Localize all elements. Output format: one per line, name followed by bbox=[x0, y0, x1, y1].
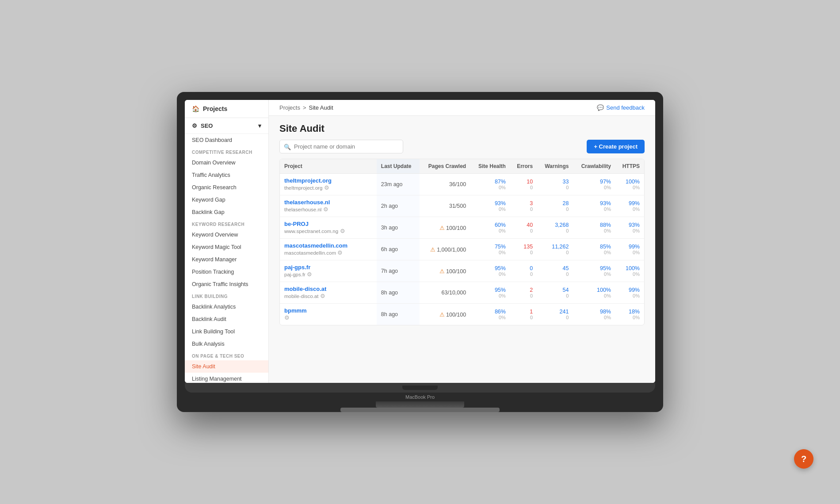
breadcrumb: Projects > Site Audit bbox=[279, 104, 333, 111]
help-button[interactable]: ? bbox=[794, 449, 813, 469]
td-site-health-6: 86% 0% bbox=[470, 304, 510, 325]
td-https-4: 100% 0% bbox=[615, 260, 644, 282]
td-errors-5: 2 0 bbox=[510, 282, 537, 304]
section-competitive-research: COMPETITIVE RESEARCH bbox=[185, 146, 268, 157]
sidebar-item-traffic-analytics[interactable]: Traffic Analytics bbox=[185, 169, 268, 181]
td-https-0: 100% 0% bbox=[615, 174, 644, 195]
breadcrumb-current: Site Audit bbox=[309, 104, 333, 111]
project-link-3[interactable]: mascotasmedellin.com bbox=[284, 242, 372, 249]
td-errors-3: 135 0 bbox=[510, 239, 537, 260]
td-last-update-3: 6h ago bbox=[377, 239, 420, 260]
sidebar-item-seo-dashboard[interactable]: SEO Dashboard bbox=[185, 134, 268, 146]
td-project-3: mascotasmedellin.com mascotasmedellin.co… bbox=[280, 239, 377, 260]
project-settings-5[interactable]: ⚙ bbox=[320, 292, 325, 300]
project-link-6[interactable]: bpmmm bbox=[284, 307, 372, 314]
col-crawlability: Crawlability bbox=[573, 159, 615, 174]
project-settings-4[interactable]: ⚙ bbox=[307, 271, 312, 278]
table-row: mascotasmedellin.com mascotasmedellin.co… bbox=[280, 239, 644, 260]
project-settings-2[interactable]: ⚙ bbox=[340, 227, 345, 235]
sidebar-item-backlink-audit[interactable]: Backlink Audit bbox=[185, 313, 268, 325]
td-warnings-4: 45 0 bbox=[537, 260, 573, 282]
project-settings-0[interactable]: ⚙ bbox=[324, 184, 329, 191]
td-warnings-1: 28 0 bbox=[537, 195, 573, 217]
send-feedback-button[interactable]: 💬 Send feedback bbox=[597, 104, 645, 111]
page-title: Site Audit bbox=[269, 116, 655, 140]
sidebar-item-listing-management[interactable]: Listing Management bbox=[185, 373, 268, 383]
td-site-health-0: 87% 0% bbox=[470, 174, 510, 195]
sidebar-item-link-building-tool[interactable]: Link Building Tool bbox=[185, 325, 268, 338]
project-settings-3[interactable]: ⚙ bbox=[337, 249, 343, 256]
breadcrumb-projects-link[interactable]: Projects bbox=[279, 104, 300, 111]
top-bar: Projects > Site Audit 💬 Send feedback bbox=[269, 100, 655, 116]
sidebar-item-keyword-manager[interactable]: Keyword Manager bbox=[185, 253, 268, 266]
td-project-0: theItmproject.org theItmproject.org ⚙ bbox=[280, 174, 377, 195]
td-last-update-6: 8h ago bbox=[377, 304, 420, 325]
td-https-3: 99% 0% bbox=[615, 239, 644, 260]
sidebar-item-keyword-magic-tool[interactable]: Keyword Magic Tool bbox=[185, 241, 268, 253]
macbook-label: MacBook Pro bbox=[185, 393, 655, 401]
td-warnings-3: 11,262 0 bbox=[537, 239, 573, 260]
section-on-page: ON PAGE & TECH SEO bbox=[185, 350, 268, 360]
create-project-button[interactable]: + Create project bbox=[587, 140, 645, 153]
warning-icon: ⚠ bbox=[439, 225, 445, 231]
search-wrap: 🔍 bbox=[279, 140, 403, 153]
td-warnings-6: 241 0 bbox=[537, 304, 573, 325]
section-link-building: LINK BUILDING bbox=[185, 290, 268, 301]
project-settings-1[interactable]: ⚙ bbox=[323, 206, 328, 213]
sidebar-item-domain-overview[interactable]: Domain Overview bbox=[185, 157, 268, 169]
td-pages-4: ⚠100/100 bbox=[420, 260, 470, 282]
project-domain-1: thelaserhouse.nl bbox=[284, 207, 321, 212]
sidebar-item-backlink-gap[interactable]: Backlink Gap bbox=[185, 206, 268, 218]
project-link-5[interactable]: mobile-disco.at bbox=[284, 286, 372, 292]
col-site-health: Site Health bbox=[470, 159, 510, 174]
laptop-notch bbox=[402, 386, 438, 390]
td-warnings-5: 54 0 bbox=[537, 282, 573, 304]
table-row: bpmmm ⚙ 8h ago ⚠100/100 86% 0% 1 0 241 0… bbox=[280, 304, 644, 325]
project-link-2[interactable]: be-PROJ bbox=[284, 221, 372, 227]
col-last-update[interactable]: Last Update bbox=[377, 159, 420, 174]
breadcrumb-separator: > bbox=[303, 104, 306, 111]
sidebar-item-bulk-analysis[interactable]: Bulk Analysis bbox=[185, 338, 268, 350]
project-domain-5: mobile-disco.at bbox=[284, 294, 318, 299]
td-crawlability-3: 85% 0% bbox=[573, 239, 615, 260]
warning-icon: ⚠ bbox=[430, 247, 435, 253]
project-settings-6[interactable]: ⚙ bbox=[284, 314, 290, 321]
sidebar-projects-header[interactable]: 🏠 Projects bbox=[185, 100, 268, 118]
td-https-1: 99% 0% bbox=[615, 195, 644, 217]
laptop-stand bbox=[376, 401, 464, 408]
search-input[interactable] bbox=[279, 140, 403, 153]
project-domain-4: paj-gps.fr bbox=[284, 272, 305, 277]
chevron-down-icon: ▾ bbox=[258, 122, 261, 129]
project-link-0[interactable]: theItmproject.org bbox=[284, 177, 372, 184]
sidebar-seo-row[interactable]: ⚙ SEO ▾ bbox=[185, 118, 268, 134]
project-domain-3: mascotasmedellin.com bbox=[284, 250, 336, 256]
table-row: thelaserhouse.nl thelaserhouse.nl ⚙ 2h a… bbox=[280, 195, 644, 217]
td-warnings-0: 33 0 bbox=[537, 174, 573, 195]
col-https: HTTPS bbox=[615, 159, 644, 174]
td-site-health-4: 95% 0% bbox=[470, 260, 510, 282]
project-link-1[interactable]: thelaserhouse.nl bbox=[284, 199, 372, 206]
td-https-5: 99% 0% bbox=[615, 282, 644, 304]
td-site-health-3: 75% 0% bbox=[470, 239, 510, 260]
sidebar-item-organic-traffic-insights[interactable]: Organic Traffic Insights bbox=[185, 278, 268, 290]
td-warnings-2: 3,268 0 bbox=[537, 217, 573, 239]
warning-icon: ⚠ bbox=[439, 268, 445, 275]
table-row: mobile-disco.at mobile-disco.at ⚙ 8h ago… bbox=[280, 282, 644, 304]
sidebar-item-position-tracking[interactable]: Position Tracking bbox=[185, 266, 268, 278]
td-crawlability-6: 98% 0% bbox=[573, 304, 615, 325]
sidebar-item-keyword-overview[interactable]: Keyword Overview bbox=[185, 229, 268, 241]
sidebar-item-keyword-gap[interactable]: Keyword Gap bbox=[185, 194, 268, 206]
td-site-health-1: 93% 0% bbox=[470, 195, 510, 217]
td-errors-4: 0 0 bbox=[510, 260, 537, 282]
sidebar-item-organic-research[interactable]: Organic Research bbox=[185, 181, 268, 194]
td-pages-5: 63/10,000 bbox=[420, 282, 470, 304]
sidebar-projects-label: Projects bbox=[203, 105, 227, 112]
sidebar-item-site-audit[interactable]: Site Audit bbox=[185, 360, 268, 373]
sidebar-item-backlink-analytics[interactable]: Backlink Analytics bbox=[185, 301, 268, 313]
td-crawlability-2: 88% 0% bbox=[573, 217, 615, 239]
td-project-1: thelaserhouse.nl thelaserhouse.nl ⚙ bbox=[280, 195, 377, 217]
td-errors-2: 40 0 bbox=[510, 217, 537, 239]
section-keyword-research: KEYWORD RESEARCH bbox=[185, 218, 268, 229]
project-link-4[interactable]: paj-gps.fr bbox=[284, 264, 372, 271]
col-project: Project bbox=[280, 159, 377, 174]
